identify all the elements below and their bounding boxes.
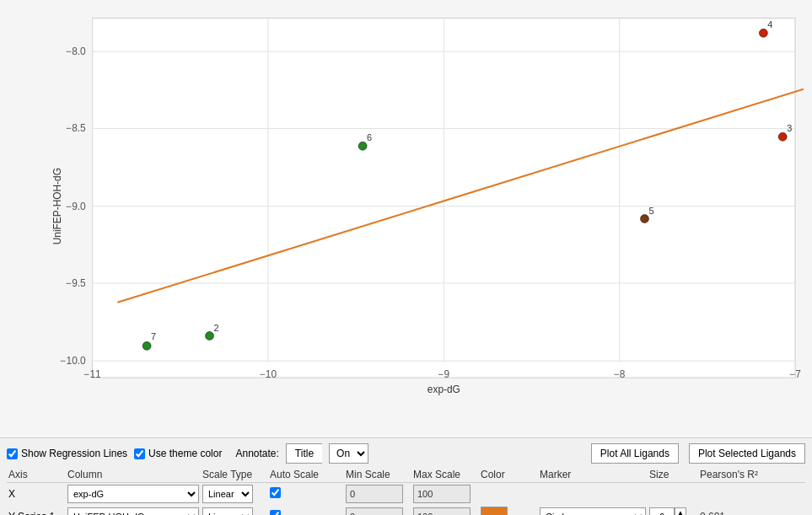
axis-y1: Y Series 1 <box>7 511 66 515</box>
marker-y1-select[interactable]: Circle Square Triangle <box>540 507 646 515</box>
svg-text:−8: −8 <box>614 368 626 380</box>
axis-x: X <box>7 488 66 500</box>
col-scale-type: Scale Type <box>201 469 268 480</box>
annotate-label: Annotate: <box>235 448 278 459</box>
col-color: Color <box>479 469 538 480</box>
svg-text:−8.5: −8.5 <box>66 122 86 134</box>
max-scale-x-input[interactable] <box>413 485 471 503</box>
color-y1-cell <box>479 507 538 515</box>
chart-wrapper: −8.0 −8.5 −9.0 −9.5 −10.0 UniFEP-HOH-dG … <box>51 8 804 395</box>
annotate-title-button[interactable]: Title <box>286 443 322 464</box>
y-axis-label: UniFEP-HOH-dG <box>51 168 63 244</box>
main-container: −8.0 −8.5 −9.0 −9.5 −10.0 UniFEP-HOH-dG … <box>0 0 812 515</box>
scale-type-x-select[interactable]: Linear <box>202 485 253 503</box>
table-row-y1: Y Series 1 UniFEP-HOH-dG Linear <box>7 505 805 515</box>
max-scale-x-cell <box>411 485 479 503</box>
size-y1-cell: ▲ ▼ <box>648 507 698 515</box>
data-point-7[interactable] <box>143 341 151 350</box>
show-regression-label: Show Regression Lines <box>21 448 127 459</box>
data-point-2[interactable] <box>206 332 214 341</box>
chart-svg: −8.0 −8.5 −9.0 −9.5 −10.0 UniFEP-HOH-dG … <box>51 8 804 395</box>
plot-selected-ligands-button[interactable]: Plot Selected Ligands <box>689 443 805 464</box>
svg-text:−9.5: −9.5 <box>66 277 86 289</box>
col-size: Size <box>648 469 698 480</box>
use-theme-color-label: Use theme color <box>148 448 222 459</box>
svg-text:−10.0: −10.0 <box>61 355 86 367</box>
svg-text:−9: −9 <box>438 368 450 380</box>
col-min-scale: Min Scale <box>344 469 411 480</box>
svg-text:−8.0: −8.0 <box>66 46 86 57</box>
svg-text:−7: −7 <box>789 368 801 380</box>
column-y1-cell: UniFEP-HOH-dG <box>66 507 201 515</box>
min-scale-y1-cell <box>344 507 411 515</box>
max-scale-y1-input[interactable] <box>413 507 471 515</box>
plot-all-ligands-button[interactable]: Plot All Ligands <box>591 443 679 464</box>
data-point-4[interactable] <box>759 29 767 37</box>
max-scale-y1-cell <box>411 507 479 515</box>
controls-area: Show Regression Lines Use theme color An… <box>0 437 812 515</box>
column-y1-select[interactable]: UniFEP-HOH-dG <box>67 507 199 515</box>
col-column: Column <box>66 469 201 480</box>
col-auto-scale: Auto Scale <box>268 469 344 480</box>
col-marker: Marker <box>538 469 648 480</box>
size-up-arrow[interactable]: ▲ <box>675 508 686 515</box>
col-max-scale: Max Scale <box>411 469 479 480</box>
data-point-5[interactable] <box>641 215 649 223</box>
use-theme-color-checkbox-label[interactable]: Use theme color <box>134 448 222 459</box>
table-header: Axis Column Scale Type Auto Scale Min Sc… <box>7 467 805 483</box>
pearsons-y1-value: 0.681 <box>698 511 782 515</box>
min-scale-y1-input[interactable] <box>346 507 403 515</box>
use-theme-color-checkbox[interactable] <box>134 448 145 459</box>
svg-text:−9.0: −9.0 <box>66 201 86 212</box>
data-point-3[interactable] <box>778 132 787 141</box>
svg-text:3: 3 <box>787 123 792 133</box>
min-scale-x-input[interactable] <box>346 485 403 503</box>
svg-text:7: 7 <box>151 331 156 341</box>
size-spinner[interactable]: ▲ ▼ <box>675 507 686 515</box>
auto-scale-y1-checkbox[interactable] <box>270 510 281 515</box>
show-regression-checkbox-label[interactable]: Show Regression Lines <box>7 448 127 459</box>
show-regression-checkbox[interactable] <box>7 448 18 459</box>
annotate-on-select[interactable]: On Off <box>329 443 368 464</box>
min-scale-x-cell <box>344 485 411 503</box>
auto-scale-x-checkbox[interactable] <box>270 487 281 498</box>
auto-scale-x-cell <box>268 487 344 501</box>
auto-scale-y1-cell <box>268 510 344 515</box>
svg-text:−11: −11 <box>84 368 102 380</box>
col-axis: Axis <box>7 469 66 480</box>
scale-type-y1-cell: Linear <box>201 507 268 515</box>
scale-type-y1-select[interactable]: Linear <box>202 507 253 515</box>
x-axis-label: exp-dG <box>428 384 460 395</box>
size-y1-input[interactable] <box>649 507 675 515</box>
scale-type-x-cell: Linear <box>201 485 268 503</box>
svg-text:2: 2 <box>213 324 218 334</box>
col-pearsons: Pearson's R² <box>698 469 782 480</box>
size-group: ▲ ▼ <box>649 507 696 515</box>
column-x-cell: exp-dG <box>66 485 201 503</box>
data-point-6[interactable] <box>358 142 367 150</box>
column-x-select[interactable]: exp-dG <box>67 485 199 503</box>
table-row-x: X exp-dG Linear <box>7 483 805 505</box>
svg-text:4: 4 <box>767 19 772 30</box>
color-y1-swatch[interactable] <box>481 507 508 515</box>
plot-area: −8.0 −8.5 −9.0 −9.5 −10.0 UniFEP-HOH-dG … <box>0 0 812 437</box>
controls-row1: Show Regression Lines Use theme color An… <box>7 443 805 464</box>
svg-text:6: 6 <box>367 132 372 142</box>
svg-text:−10: −10 <box>260 368 277 380</box>
marker-y1-cell: Circle Square Triangle <box>538 507 648 515</box>
svg-text:5: 5 <box>648 206 653 216</box>
